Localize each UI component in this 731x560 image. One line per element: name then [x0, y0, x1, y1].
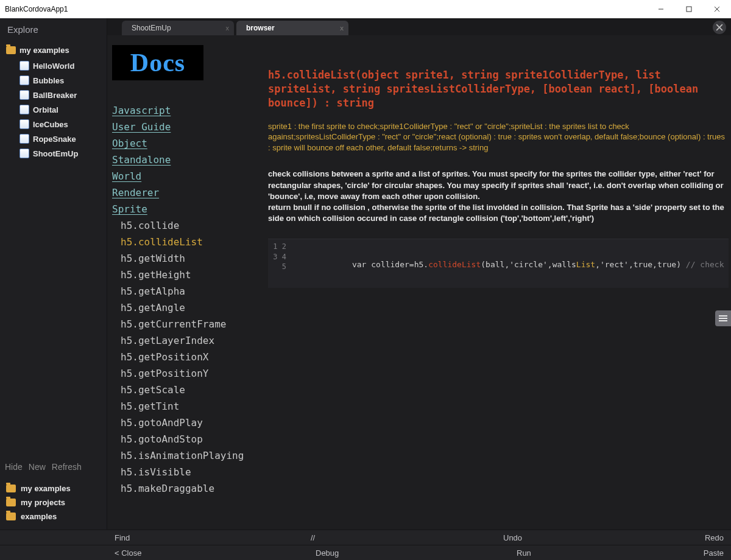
project-folder[interactable]: my projects	[6, 495, 102, 509]
file-icon	[19, 149, 29, 158]
status-close[interactable]: < Close	[115, 548, 141, 558]
docs-method-link[interactable]: h5.gotoAndPlay	[121, 415, 253, 431]
docs-method-link[interactable]: h5.getLayerIndex	[121, 332, 253, 349]
docs-method-link[interactable]: h5.getPositionY	[121, 365, 253, 382]
code-token: ,	[595, 260, 600, 269]
file-icon	[19, 119, 29, 129]
action-refresh[interactable]: Refresh	[52, 462, 82, 472]
explorer-item-label: Orbital	[33, 105, 58, 114]
tab-close-icon[interactable]: x	[340, 24, 344, 32]
tab-label: browser	[246, 24, 275, 32]
status-run[interactable]: Run	[517, 548, 531, 558]
explorer-folder[interactable]: my examples	[6, 44, 104, 58]
project-folder[interactable]: examples	[6, 509, 102, 523]
docs-section-link[interactable]: Standalone	[112, 152, 253, 168]
docs-method-link[interactable]: h5.makeDraggable	[121, 480, 253, 497]
editor-tab[interactable]: browserx	[236, 21, 348, 35]
code-token: 'circle'	[509, 260, 548, 269]
docs-method-link[interactable]: h5.getHeight	[121, 267, 253, 283]
docs-method-link[interactable]: h5.getAlpha	[121, 283, 253, 299]
code-token: List	[576, 260, 595, 269]
project-folder[interactable]: my examples	[6, 481, 102, 495]
editor-tab[interactable]: ShootEmUpx	[122, 21, 234, 35]
file-icon	[19, 75, 29, 85]
project-folder-label: my examples	[21, 484, 71, 493]
explorer-folder-label: my examples	[19, 46, 69, 55]
explorer-item[interactable]: Bubbles	[6, 73, 104, 88]
status-find[interactable]: Find	[115, 533, 130, 542]
docs-method-link[interactable]: h5.collide	[121, 217, 253, 234]
tab-label: ShootEmUp	[132, 24, 171, 32]
file-icon	[19, 90, 29, 100]
folder-icon	[6, 499, 16, 506]
code-token: true	[657, 260, 676, 269]
explorer-item[interactable]: BallBreaker	[6, 88, 104, 102]
code-token: (ball,	[481, 260, 509, 269]
status-sep: //	[311, 533, 315, 542]
document-surface: Docs JavascriptUser GuideObjectStandalon…	[107, 35, 731, 530]
docs-method-link[interactable]: h5.isAnimationPlaying	[121, 447, 253, 464]
docs-method-link[interactable]: h5.getScale	[121, 382, 253, 398]
explorer-sidebar: Explore my examples HelloWorldBubblesBal…	[0, 18, 107, 530]
explorer-item-label: IceCubes	[33, 120, 68, 129]
window-buttons	[647, 0, 731, 18]
docs-section-link[interactable]: Object	[112, 135, 253, 152]
docs-method-link[interactable]: h5.getPositionX	[121, 349, 253, 365]
explorer-item-label: ShootEmUp	[33, 149, 78, 158]
code-token: )	[676, 260, 686, 269]
code-token: true	[634, 260, 652, 269]
file-icon	[19, 105, 29, 114]
docs-section-link[interactable]: User Guide	[112, 119, 253, 135]
docs-section-link[interactable]: Javascript	[112, 102, 253, 119]
status-paste[interactable]: Paste	[704, 548, 724, 558]
status-debug[interactable]: Debug	[316, 548, 339, 558]
tabbar: ShootEmUpxbrowserx	[107, 18, 731, 35]
editor-area: ShootEmUpxbrowserx Docs JavascriptUser G…	[107, 18, 731, 530]
status-redo[interactable]: Redo	[705, 533, 724, 542]
statusbar-2: < Close Debug Run Paste	[0, 545, 731, 560]
docs-method-link[interactable]: h5.getWidth	[121, 250, 253, 267]
docs-method-link[interactable]: h5.gotoAndStop	[121, 431, 253, 447]
docs-section-link[interactable]: World	[112, 168, 253, 184]
project-folder-label: my projects	[21, 498, 65, 507]
docs-method-link[interactable]: h5.getCurrentFrame	[121, 316, 253, 332]
statusbar-1: Find // Undo Redo	[0, 530, 731, 545]
explorer-item-label: HelloWorld	[33, 61, 74, 71]
explorer-tree: my examples HelloWorldBubblesBallBreaker…	[0, 42, 107, 462]
window-title: BlankCordovaApp1	[5, 5, 68, 13]
explorer-item[interactable]: IceCubes	[6, 117, 104, 131]
code-token: collider=h5.	[366, 260, 428, 269]
code-lines[interactable]: var collider=h5.collideList(ball,'circle…	[290, 239, 729, 288]
docs-section-link[interactable]: Sprite	[112, 201, 253, 217]
action-new[interactable]: New	[29, 462, 46, 472]
docs-section-link[interactable]: Renderer	[112, 184, 253, 201]
explorer-item[interactable]: ShootEmUp	[6, 146, 104, 161]
folder-icon	[6, 485, 16, 492]
minimize-button[interactable]	[647, 0, 675, 18]
pane-close-button[interactable]	[713, 21, 726, 34]
folder-icon	[6, 46, 16, 54]
maximize-button[interactable]	[675, 0, 703, 18]
explorer-item[interactable]: HelloWorld	[6, 58, 104, 73]
explorer-item[interactable]: RopeSnake	[6, 131, 104, 146]
file-icon	[19, 61, 29, 71]
svg-rect-1	[687, 7, 691, 12]
close-button[interactable]	[703, 0, 731, 18]
method-signature: h5.collideList(object sprite1, string sp…	[268, 68, 729, 110]
docs-method-link[interactable]: h5.collideList	[121, 234, 253, 250]
docs-method-link[interactable]: h5.getTint	[121, 398, 253, 415]
project-folders: my examplesmy projectsexamples	[0, 478, 107, 530]
docs-method-link[interactable]: h5.getAngle	[121, 299, 253, 316]
explorer-actions: Hide New Refresh	[0, 462, 107, 478]
explorer-item[interactable]: Orbital	[6, 102, 104, 117]
tab-close-icon[interactable]: x	[226, 24, 230, 32]
code-token: var	[352, 260, 366, 269]
app-body: Explore my examples HelloWorldBubblesBal…	[0, 18, 731, 560]
code-token: ,	[652, 260, 657, 269]
docs-method-link[interactable]: h5.isVisible	[121, 464, 253, 480]
code-token: 'rect'	[600, 260, 629, 269]
action-hide[interactable]: Hide	[5, 462, 23, 472]
status-undo[interactable]: Undo	[503, 533, 522, 542]
code-token: ,	[629, 260, 634, 269]
side-panel-toggle[interactable]	[715, 310, 731, 326]
